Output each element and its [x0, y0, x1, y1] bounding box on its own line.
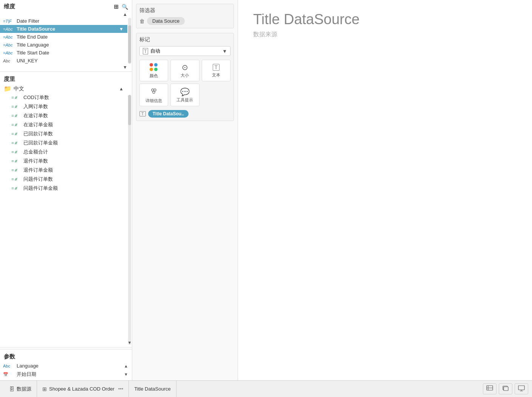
detail-icon: [150, 87, 158, 96]
search-icon[interactable]: 🔍: [122, 4, 128, 10]
label-problem-amount: 问题件订单金额: [23, 185, 58, 192]
folder-icon: 📁: [4, 85, 11, 92]
measure-returned-amount[interactable]: =＃ 已回款订单金额: [0, 138, 127, 147]
param-language[interactable]: Abc Language ▲: [0, 362, 132, 370]
mark-label-pill-row: T Title DataSou..: [139, 110, 230, 118]
tab-shopee[interactable]: ⊞ Shopee & Lazada COD Order •••: [37, 381, 129, 397]
tab-datasource[interactable]: 🗄 数据源: [4, 381, 37, 397]
grid-icon-tab: ⊞: [42, 386, 47, 392]
measures-scroll-wrapper: 📁 中文 ▲ =＃ COD订单数 =＃ 入网订单数 =＃ 在途订单数: [0, 84, 132, 346]
dimensions-scrollbar-thumb[interactable]: [128, 25, 131, 63]
measures-list: 📁 中文 ▲ =＃ COD订单数 =＃ 入网订单数 =＃ 在途订单数: [0, 84, 127, 346]
label-start-date: 开始日期: [17, 371, 36, 378]
filter-title: 筛选器: [139, 7, 230, 14]
dimensions-scroll-wrapper: =T|F Date Filter =Abc Title DataSource ▼…: [0, 17, 132, 65]
type-badge-transit-amount: =＃: [11, 122, 21, 128]
measure-problem-orders[interactable]: =＃ 问题件订单数: [0, 175, 127, 184]
dimensions-icons: ⊞ 🔍: [114, 3, 128, 10]
sidebar-item-title-datasource[interactable]: =Abc Title DataSource ▼: [0, 25, 127, 33]
marks-type-label: 自动: [150, 48, 160, 54]
sidebar-item-title-language[interactable]: =Abc Title Language: [0, 41, 127, 49]
grid-icon[interactable]: ⊞: [114, 3, 119, 10]
marks-type-select[interactable]: T 自动 ▼: [139, 46, 230, 56]
type-badge-transit: =＃: [11, 113, 21, 119]
dimensions-scrollbar[interactable]: [128, 18, 131, 64]
measures-header: 度里: [0, 73, 132, 84]
params-section: 参数 Abc Language ▲ 📅 开始日期 ▼: [0, 349, 132, 380]
new-sheet-btn[interactable]: [483, 383, 496, 394]
type-badge-network: =＃: [11, 104, 21, 110]
label-uni-key: UNI_KEY: [17, 58, 124, 64]
mark-btn-size[interactable]: ⊙ 大小: [170, 60, 199, 81]
param-start-date[interactable]: 📅 开始日期 ▼: [0, 370, 132, 379]
filter-icon: 🗑: [139, 18, 145, 24]
measure-returned-orders[interactable]: =＃ 已回款订单数: [0, 129, 127, 138]
type-badge-title-start-date: =Abc: [3, 51, 14, 55]
label-transit-orders: 在途订单数: [23, 112, 48, 119]
more-dots-shopee[interactable]: •••: [118, 386, 124, 392]
svg-point-2: [153, 91, 155, 93]
label-title-datasource: Title DataSource: [17, 26, 119, 32]
sidebar-item-title-end-date[interactable]: =Abc Title End Date: [0, 33, 127, 41]
type-badge-problem-amount: =＃: [11, 186, 21, 191]
mark-btn-color[interactable]: 颜色: [139, 60, 168, 81]
tab-shopee-label: Shopee & Lazada COD Order: [49, 386, 114, 392]
mark-btn-detail[interactable]: 详细信息: [139, 84, 168, 106]
present-btn[interactable]: [515, 383, 528, 394]
divider-1: [0, 71, 132, 72]
type-badge-title-end-date: =Abc: [3, 35, 14, 39]
measure-total-amount[interactable]: =＃ 总金额合计: [0, 147, 127, 157]
measures-scrollbar-thumb[interactable]: [128, 95, 131, 125]
sidebar-item-uni-key[interactable]: Abc UNI_KEY: [0, 57, 127, 65]
scroll-down-btn-dimensions[interactable]: ▼: [123, 65, 127, 70]
scroll-up-params[interactable]: ▲: [124, 364, 128, 368]
db-icon: 🗄: [9, 386, 14, 392]
sidebar-item-date-filter[interactable]: =T|F Date Filter: [0, 17, 127, 25]
svg-point-1: [154, 89, 156, 91]
scroll-up-btn[interactable]: ▲: [123, 12, 127, 17]
size-label: 大小: [181, 73, 189, 78]
tab-title-datasource[interactable]: Title DataSource: [129, 381, 176, 397]
pill-t-box: T: [139, 111, 146, 116]
label-language: Language: [17, 363, 39, 369]
text-icon: T: [213, 64, 220, 71]
marks-type-dropdown-arrow[interactable]: ▼: [222, 48, 227, 54]
marks-grid: 颜色 ⊙ 大小 T 文本: [139, 60, 230, 106]
measure-transit-orders[interactable]: =＃ 在途订单数: [0, 111, 127, 120]
type-badge-cod: =＃: [11, 95, 21, 101]
filter-section: 筛选器 🗑 Data Source: [136, 4, 234, 28]
label-cod-orders: COD订单数: [23, 94, 49, 101]
pill-label[interactable]: Title DataSou..: [148, 110, 189, 118]
scroll-up-measures[interactable]: ▲: [119, 86, 124, 91]
label-date-filter: Date Filter: [17, 18, 124, 24]
tooltip-icon: 💬: [180, 88, 190, 96]
sidebar-item-title-start-date[interactable]: =Abc Title Start Date: [0, 49, 127, 57]
measure-transit-amount[interactable]: =＃ 在途订单金额: [0, 120, 127, 129]
type-badge-date-filter: =T|F: [3, 19, 14, 23]
label-return-orders: 退件订单数: [23, 158, 48, 164]
duplicate-btn[interactable]: [499, 383, 512, 394]
scroll-down-params[interactable]: ▼: [124, 372, 128, 377]
label-title-end-date: Title End Date: [17, 34, 124, 40]
label-network-orders: 入网订单数: [23, 103, 48, 110]
measure-cod-orders[interactable]: =＃ COD订单数: [0, 93, 127, 102]
measure-network-orders[interactable]: =＃ 入网订单数: [0, 102, 127, 111]
label-title-start-date: Title Start Date: [17, 50, 124, 56]
mark-btn-tooltip[interactable]: 💬 工具提示: [170, 84, 199, 106]
mark-btn-text[interactable]: T 文本: [202, 60, 230, 81]
scroll-down-dimensions: ▼: [0, 65, 132, 70]
measure-return-amount[interactable]: =＃ 退件订单金额: [0, 166, 127, 175]
measure-return-orders[interactable]: =＃ 退件订单数: [0, 157, 127, 166]
type-badge-title-language: =Abc: [3, 43, 14, 47]
type-badge-return: =＃: [11, 158, 21, 164]
scroll-down-measures-icon[interactable]: ▼: [128, 340, 132, 345]
color-icon: [150, 63, 158, 71]
size-icon: ⊙: [182, 64, 188, 71]
filter-value[interactable]: Data Source: [147, 17, 185, 25]
tooltip-label: 工具提示: [176, 97, 193, 103]
measures-scrollbar[interactable]: ▼: [128, 95, 131, 345]
marks-section: 标记 T 自动 ▼: [136, 33, 234, 121]
dropdown-arrow-title-datasource[interactable]: ▼: [119, 26, 124, 32]
measures-group-name: 中文: [14, 85, 24, 92]
measure-problem-amount[interactable]: =＃ 问题件订单金额: [0, 184, 127, 193]
